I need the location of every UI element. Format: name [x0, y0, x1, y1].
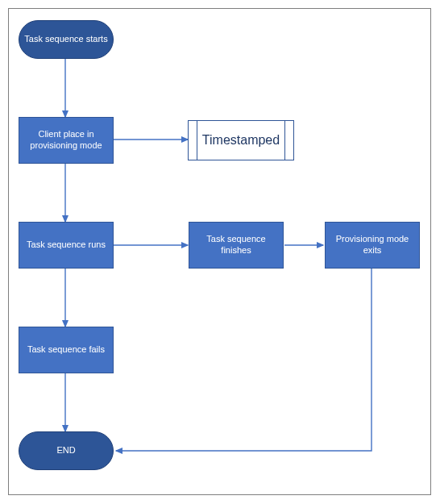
node-client-provisioning: Client place in provisioning mode: [19, 117, 114, 164]
node-timestamped: Timestamped: [188, 120, 294, 160]
node-end: END: [19, 431, 114, 470]
node-label: Client place in provisioning mode: [24, 129, 108, 152]
node-label: Task sequence fails: [27, 344, 105, 356]
node-task-fails: Task sequence fails: [19, 327, 114, 373]
node-label: Timestamped: [202, 133, 280, 148]
node-start: Task sequence starts: [19, 20, 114, 59]
node-label: Task sequence starts: [24, 34, 107, 45]
node-task-runs: Task sequence runs: [19, 222, 114, 269]
node-label: Provisioning mode exits: [330, 234, 414, 256]
node-label: Task sequence finishes: [194, 234, 278, 256]
node-label: Task sequence runs: [27, 240, 106, 251]
node-label: END: [56, 445, 75, 456]
node-provisioning-exits: Provisioning mode exits: [325, 222, 420, 269]
flowchart-canvas: Task sequence starts Client place in pro…: [8, 8, 431, 495]
node-task-finishes: Task sequence finishes: [189, 222, 284, 269]
